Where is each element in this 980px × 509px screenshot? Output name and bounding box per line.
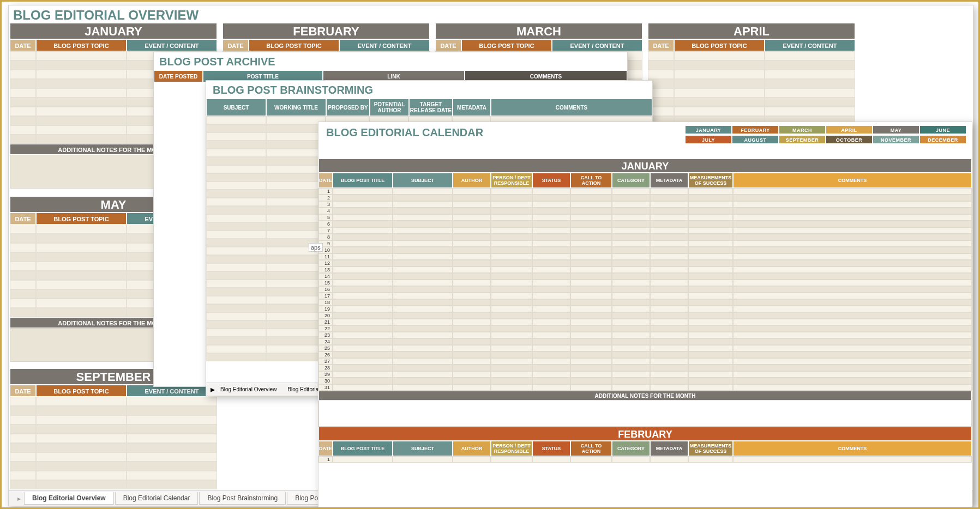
calendar-cell-subject[interactable] xyxy=(393,234,453,240)
calendar-cell-cta[interactable] xyxy=(570,214,612,221)
calendar-cell-measures[interactable] xyxy=(688,371,733,378)
brainstorm-cell[interactable] xyxy=(266,132,326,141)
calendar-cell-category[interactable] xyxy=(612,312,650,319)
calendar-cell-measures[interactable] xyxy=(688,227,733,234)
calendar-cell-metadata[interactable] xyxy=(650,240,688,247)
calendar-cell-title[interactable] xyxy=(333,371,393,378)
calendar-cell-category[interactable] xyxy=(612,319,650,325)
calendar-cell-author[interactable] xyxy=(453,456,491,463)
calendar-cell-subject[interactable] xyxy=(393,456,453,463)
calendar-cell-metadata[interactable] xyxy=(650,253,688,260)
brainstorm-cell[interactable] xyxy=(266,157,326,165)
calendar-cell-comments[interactable] xyxy=(733,188,972,195)
brainstorm-cell[interactable] xyxy=(206,206,266,214)
month-tab-july[interactable]: JULY xyxy=(685,135,732,144)
calendar-cell-category[interactable] xyxy=(612,188,650,195)
calendar-cell-comments[interactable] xyxy=(733,195,972,201)
calendar-cell-comments[interactable] xyxy=(733,273,972,280)
brainstorm-cell[interactable] xyxy=(206,165,266,173)
calendar-cell-status[interactable] xyxy=(532,365,570,371)
brainstorm-cell[interactable] xyxy=(206,255,266,263)
calendar-cell-measures[interactable] xyxy=(688,306,733,312)
calendar-cell-cta[interactable] xyxy=(570,253,612,260)
brainstorm-cell[interactable] xyxy=(206,337,266,345)
cell-topic[interactable] xyxy=(674,107,765,116)
calendar-cell-title[interactable] xyxy=(333,266,393,273)
cell-date[interactable] xyxy=(10,88,36,98)
calendar-cell-measures[interactable] xyxy=(688,352,733,358)
brainstorm-cell[interactable] xyxy=(206,280,266,288)
calendar-cell-title[interactable] xyxy=(333,358,393,365)
calendar-cell-title[interactable] xyxy=(333,221,393,227)
cell-date[interactable] xyxy=(10,308,36,317)
calendar-cell-cta[interactable] xyxy=(570,266,612,273)
calendar-cell-comments[interactable] xyxy=(733,384,972,391)
calendar-cell-subject[interactable] xyxy=(393,293,453,299)
calendar-notes-body[interactable] xyxy=(318,401,972,427)
cell-topic[interactable] xyxy=(36,79,127,88)
cell-event[interactable] xyxy=(765,88,855,98)
calendar-cell-author[interactable] xyxy=(453,319,491,325)
calendar-cell-cta[interactable] xyxy=(570,378,612,384)
calendar-cell-status[interactable] xyxy=(532,293,570,299)
calendar-cell-person[interactable] xyxy=(491,260,532,266)
brainstorm-cell[interactable] xyxy=(206,304,266,312)
tab-overview[interactable]: Blog Editorial Overview xyxy=(24,492,114,505)
brainstorm-cell[interactable] xyxy=(206,181,266,190)
brainstorm-cell[interactable] xyxy=(206,288,266,296)
cell-topic[interactable] xyxy=(36,308,127,317)
calendar-cell-title[interactable] xyxy=(333,227,393,234)
cell-date[interactable] xyxy=(10,51,36,60)
calendar-cell-title[interactable] xyxy=(333,260,393,266)
calendar-cell-author[interactable] xyxy=(453,195,491,201)
calendar-cell-subject[interactable] xyxy=(393,358,453,365)
brainstorm-cell[interactable] xyxy=(266,231,326,239)
month-tab-september[interactable]: SEPTEMBER xyxy=(779,135,826,144)
cell-topic[interactable] xyxy=(36,415,127,425)
calendar-cell-category[interactable] xyxy=(612,227,650,234)
calendar-cell-category[interactable] xyxy=(612,456,650,463)
calendar-cell-cta[interactable] xyxy=(570,227,612,234)
calendar-cell-status[interactable] xyxy=(532,456,570,463)
calendar-cell-metadata[interactable] xyxy=(650,312,688,319)
tabs-prev-icon[interactable]: ▸ xyxy=(14,495,24,502)
calendar-cell-measures[interactable] xyxy=(688,201,733,208)
brainstorm-cell[interactable] xyxy=(206,222,266,231)
calendar-cell-measures[interactable] xyxy=(688,319,733,325)
calendar-cell-metadata[interactable] xyxy=(650,188,688,195)
cell-date[interactable] xyxy=(10,480,36,489)
cell-date[interactable] xyxy=(10,135,36,144)
calendar-cell-person[interactable] xyxy=(491,208,532,214)
calendar-cell-category[interactable] xyxy=(612,240,650,247)
calendar-cell-cta[interactable] xyxy=(570,208,612,214)
calendar-cell-cta[interactable] xyxy=(570,325,612,332)
calendar-cell-subject[interactable] xyxy=(393,338,453,345)
calendar-cell-category[interactable] xyxy=(612,378,650,384)
calendar-cell-comments[interactable] xyxy=(733,306,972,312)
cell-date[interactable] xyxy=(10,125,36,135)
calendar-cell-metadata[interactable] xyxy=(650,273,688,280)
month-tab-october[interactable]: OCTOBER xyxy=(826,135,873,144)
cell-date[interactable] xyxy=(10,425,36,434)
cell-date[interactable] xyxy=(648,70,674,79)
calendar-cell-comments[interactable] xyxy=(733,260,972,266)
calendar-cell-cta[interactable] xyxy=(570,456,612,463)
calendar-cell-author[interactable] xyxy=(453,312,491,319)
calendar-cell-category[interactable] xyxy=(612,371,650,378)
calendar-cell-cta[interactable] xyxy=(570,352,612,358)
cell-date[interactable] xyxy=(10,225,36,234)
cell-date[interactable] xyxy=(10,452,36,462)
calendar-cell-metadata[interactable] xyxy=(650,299,688,306)
calendar-cell-title[interactable] xyxy=(333,286,393,293)
calendar-cell-subject[interactable] xyxy=(393,188,453,195)
calendar-cell-cta[interactable] xyxy=(570,338,612,345)
calendar-cell-person[interactable] xyxy=(491,214,532,221)
calendar-cell-subject[interactable] xyxy=(393,306,453,312)
calendar-cell-metadata[interactable] xyxy=(650,332,688,338)
calendar-cell-metadata[interactable] xyxy=(650,306,688,312)
tab-overview-2[interactable]: Blog Editorial Overview xyxy=(215,385,282,393)
calendar-cell-metadata[interactable] xyxy=(650,319,688,325)
calendar-cell-cta[interactable] xyxy=(570,201,612,208)
cell-date[interactable] xyxy=(10,234,36,243)
calendar-cell-author[interactable] xyxy=(453,338,491,345)
